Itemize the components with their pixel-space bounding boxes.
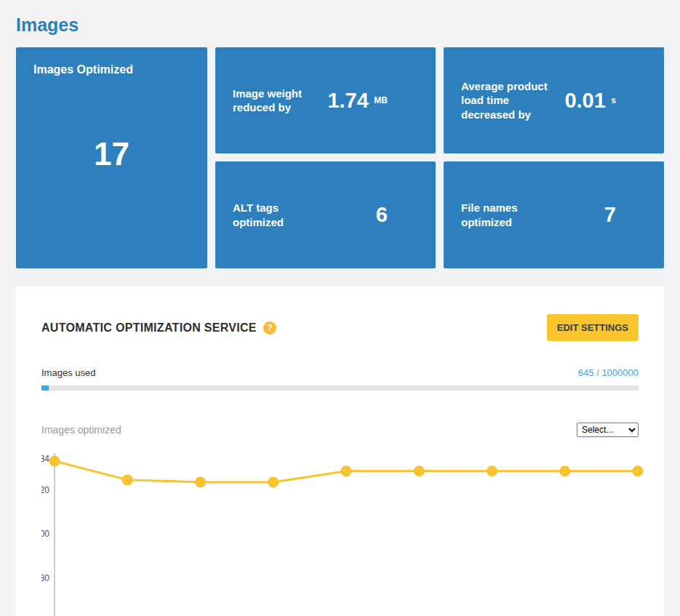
edit-settings-button[interactable]: EDIT SETTINGS bbox=[547, 314, 639, 341]
stat-card-images-optimized: Images Optimized 17 bbox=[16, 47, 207, 268]
svg-text:120: 120 bbox=[41, 485, 49, 495]
stat-label: Average product load time decreased by bbox=[461, 79, 559, 122]
chart-header: Images optimized Select... bbox=[41, 423, 639, 437]
images-used-progress-bar bbox=[41, 385, 639, 391]
images-optimized-chart: 1341201008060 bbox=[41, 449, 652, 616]
chart-container: 1341201008060 bbox=[41, 449, 639, 616]
stat-label: Image weight reduced by bbox=[233, 87, 327, 115]
panel-title: AUTOMATIC OPTIMIZATION SERVICE bbox=[41, 321, 257, 335]
stat-unit: s bbox=[611, 95, 616, 105]
stat-value: 1.74 MB bbox=[327, 89, 388, 113]
stat-number: 0.01 bbox=[564, 89, 605, 112]
svg-text:80: 80 bbox=[41, 573, 49, 583]
stat-card-alt-tags: ALT tags optimized 6 bbox=[215, 161, 436, 268]
stats-grid: Images Optimized 17 Image weight reduced… bbox=[16, 47, 664, 268]
chart-period-select[interactable]: Select... bbox=[577, 423, 639, 437]
svg-text:134: 134 bbox=[41, 454, 49, 464]
stat-number: 1.74 bbox=[327, 89, 368, 112]
images-page: Images Images Optimized 17 Image weight … bbox=[0, 0, 680, 616]
panel-header: AUTOMATIC OPTIMIZATION SERVICE ? EDIT SE… bbox=[41, 314, 639, 341]
stat-label: File names optimized bbox=[461, 201, 559, 229]
stat-label: ALT tags optimized bbox=[233, 201, 331, 229]
stat-number: 7 bbox=[604, 203, 616, 226]
stat-value: 17 bbox=[33, 76, 190, 252]
stat-value: 6 bbox=[376, 203, 388, 227]
progress-fill bbox=[41, 385, 49, 391]
svg-text:100: 100 bbox=[41, 529, 49, 539]
stat-value: 0.01 s bbox=[564, 89, 616, 113]
stat-card-load-time: Average product load time decreased by 0… bbox=[444, 47, 664, 153]
images-used-label: Images used bbox=[41, 367, 95, 378]
stat-label: Images Optimized bbox=[33, 63, 190, 76]
images-used-row: Images used 645 / 1000000 bbox=[41, 367, 639, 378]
stat-number: 6 bbox=[376, 203, 388, 226]
automatic-optimization-panel: AUTOMATIC OPTIMIZATION SERVICE ? EDIT SE… bbox=[16, 287, 664, 616]
page-title: Images bbox=[16, 15, 664, 36]
stat-card-weight-reduced: Image weight reduced by 1.74 MB bbox=[215, 47, 436, 153]
images-used-value: 645 / 1000000 bbox=[578, 367, 639, 378]
stat-unit: MB bbox=[374, 95, 388, 105]
stat-value: 7 bbox=[604, 203, 616, 227]
help-icon[interactable]: ? bbox=[263, 321, 276, 335]
stat-card-file-names: File names optimized 7 bbox=[444, 161, 664, 268]
images-optimized-label: Images optimized bbox=[41, 424, 121, 436]
